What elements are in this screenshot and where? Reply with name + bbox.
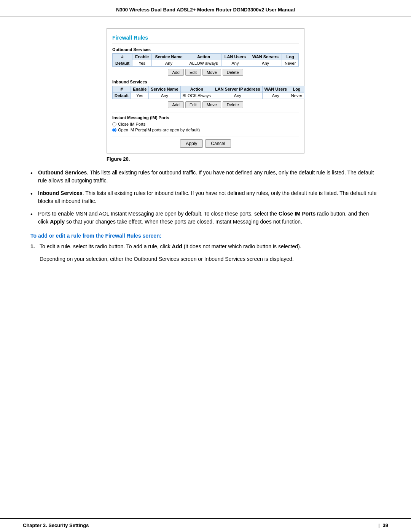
outbound-label: Outbound Services [112, 47, 299, 52]
inbound-cell-log: Never [289, 93, 304, 99]
bullet-im-bold1: Close IM Ports [279, 211, 315, 217]
item-1-bold: Add [172, 243, 182, 249]
outbound-cell-wan: Any [249, 60, 282, 67]
section-heading: To add or edit a rule from the Firewall … [30, 233, 381, 239]
bullet-inbound-text: . This lists all existing rules for inbo… [38, 190, 376, 204]
bullet-outbound-bold: Outbound Services [38, 169, 87, 176]
close-im-label: Close IM Ports [118, 122, 145, 126]
outbound-edit-button[interactable]: Edit [185, 69, 201, 76]
inbound-cell-wan: Any [262, 93, 289, 99]
item-1-text2: (it does not matter which radio button i… [182, 243, 301, 249]
outbound-col-action: Action [186, 54, 221, 60]
figure-container: Firewall Rules Outbound Services # Enabl… [30, 28, 381, 162]
footer-right: | 39 [378, 522, 388, 528]
footer-page: 39 [383, 522, 388, 528]
outbound-cell-enable: Yes [132, 60, 152, 67]
outbound-cell-hash: Default [113, 60, 132, 67]
bullet-inbound: Inbound Services. This lists all existin… [30, 189, 381, 205]
bullet-inbound-bold: Inbound Services [38, 190, 83, 196]
outbound-cell-log: Never [282, 60, 299, 67]
bullet-im: Ports to enable MSN and AOL Instant Mess… [30, 210, 381, 226]
open-im-row: Open IM Ports(IM ports are open by defau… [112, 128, 299, 132]
outbound-header-row: # Enable Service Name Action LAN Users W… [113, 54, 299, 60]
inbound-delete-button[interactable]: Delete [223, 101, 243, 108]
inbound-col-enable: Enable [131, 86, 149, 93]
outbound-col-wan: WAN Servers [249, 54, 282, 60]
item-1-num: 1. [30, 243, 35, 251]
inbound-table: # Enable Service Name Action LAN Server … [112, 86, 304, 99]
footer-chapter: Chapter 3. Security Settings [23, 522, 89, 528]
outbound-cell-lan: Any [221, 60, 249, 67]
cancel-button[interactable]: Cancel [205, 139, 231, 148]
firewall-rules-panel: Firewall Rules Outbound Services # Enabl… [107, 28, 304, 153]
inbound-cell-lanip: Any [213, 93, 262, 99]
inbound-label: Inbound Services [112, 80, 299, 84]
page-header: N300 Wireless Dual Band ADSL2+ Modem Rou… [0, 0, 411, 17]
outbound-col-service: Service Name [152, 54, 186, 60]
inbound-add-button[interactable]: Add [168, 101, 184, 108]
bullet-im-text1: Ports to enable MSN and AOL Instant Mess… [38, 211, 279, 217]
inbound-cell-enable: Yes [131, 93, 149, 99]
inbound-col-hash: # [113, 86, 131, 93]
outbound-btn-row: Add Edit Move Delete [112, 69, 299, 76]
bullet-list: Outbound Services. This lists all existi… [30, 169, 381, 226]
bullet-outbound: Outbound Services. This lists all existi… [30, 169, 381, 185]
inbound-cell-service: Any [149, 93, 180, 99]
sub-paragraph: Depending on your selection, either the … [40, 255, 381, 263]
inbound-col-action: Action [180, 86, 213, 93]
inbound-col-log: Log [289, 86, 304, 93]
footer-separator: | [378, 522, 379, 528]
numbered-list: 1. To edit a rule, select its radio butt… [30, 243, 381, 251]
im-section: Instant Messaging (IM) Ports Close IM Po… [112, 112, 299, 132]
outbound-delete-button[interactable]: Delete [223, 69, 243, 76]
numbered-item-1: 1. To edit a rule, select its radio butt… [30, 243, 381, 251]
im-label: Instant Messaging (IM) Ports [112, 115, 299, 120]
page-footer: Chapter 3. Security Settings | 39 [0, 518, 411, 532]
inbound-col-wan: WAN Users [262, 86, 289, 93]
item-1-text1: To edit a rule, select its radio button.… [40, 243, 172, 249]
firewall-panel-title: Firewall Rules [112, 35, 299, 43]
close-im-radio[interactable] [112, 122, 116, 126]
inbound-edit-button[interactable]: Edit [185, 101, 201, 108]
bullet-im-bold2: Apply [50, 219, 65, 225]
inbound-move-button[interactable]: Move [202, 101, 221, 108]
outbound-cell-action: ALLOW always [186, 60, 221, 67]
outbound-col-enable: Enable [132, 54, 152, 60]
inbound-col-service: Service Name [149, 86, 180, 93]
inbound-cell-action: BLOCK Always [180, 93, 213, 99]
inbound-btn-row: Add Edit Move Delete [112, 101, 299, 108]
outbound-add-button[interactable]: Add [168, 69, 184, 76]
inbound-data-row: Default Yes Any BLOCK Always Any Any Nev… [113, 93, 304, 99]
content-area: Firewall Rules Outbound Services # Enabl… [0, 17, 411, 294]
outbound-move-button[interactable]: Move [202, 69, 221, 76]
outbound-table: # Enable Service Name Action LAN Users W… [112, 53, 299, 67]
figure-label: Figure 20. [107, 156, 130, 162]
outbound-col-lan: LAN Users [221, 54, 249, 60]
inbound-header-row: # Enable Service Name Action LAN Server … [113, 86, 304, 93]
apply-button[interactable]: Apply [180, 139, 203, 148]
outbound-cell-service: Any [152, 60, 186, 67]
apply-cancel-row: Apply Cancel [112, 136, 299, 148]
outbound-col-hash: # [113, 54, 132, 60]
inbound-cell-hash: Default [113, 93, 131, 99]
outbound-data-row: Default Yes Any ALLOW always Any Any Nev… [113, 60, 299, 67]
inbound-col-lanip: LAN Server IP address [213, 86, 262, 93]
bullet-outbound-text: . This lists all existing rules for outb… [38, 169, 374, 184]
bullet-im-text3: so that your changes take effect. When t… [65, 219, 302, 225]
outbound-col-log: Log [282, 54, 299, 60]
open-im-label: Open IM Ports(IM ports are open by defau… [118, 128, 200, 132]
close-im-row: Close IM Ports [112, 122, 299, 126]
header-title: N300 Wireless Dual Band ADSL2+ Modem Rou… [116, 7, 295, 13]
open-im-radio[interactable] [112, 128, 116, 132]
